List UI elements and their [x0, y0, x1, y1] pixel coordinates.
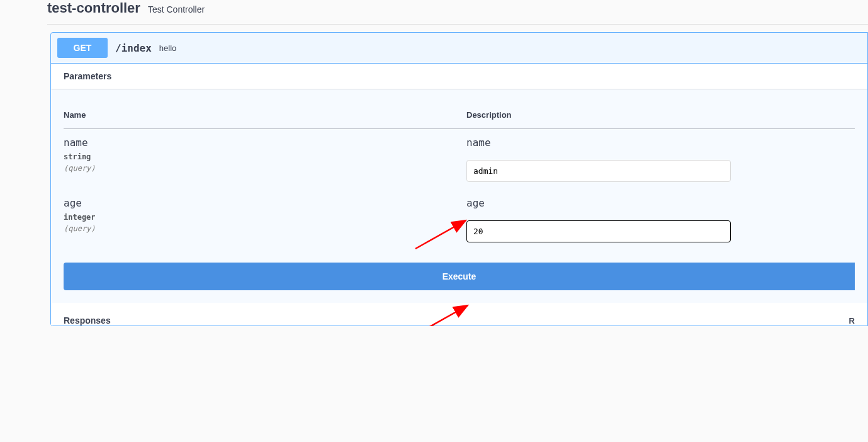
param-type: string — [64, 152, 466, 161]
param-type: integer — [64, 213, 466, 222]
responses-area: Responses R — [51, 303, 867, 326]
param-description-label: name — [466, 137, 855, 149]
parameter-row: age integer (query) age — [64, 190, 855, 250]
swagger-container: test-controller Test Controller GET /ind… — [9, 0, 868, 326]
parameters-area: Name Description name string (query) — [51, 89, 867, 303]
column-name-header: Name — [64, 101, 466, 129]
responses-right-label: R — [849, 316, 855, 326]
param-name-input[interactable] — [466, 160, 731, 182]
param-in: (query) — [64, 164, 466, 173]
operation-block: GET /index hello Parameters Name Descrip… — [50, 32, 868, 326]
execute-button[interactable]: Execute — [64, 263, 855, 290]
operation-summary-text: hello — [159, 43, 176, 53]
param-name: name — [64, 137, 466, 149]
param-description-label: age — [466, 197, 855, 209]
parameters-table: Name Description name string (query) — [64, 101, 855, 250]
responses-heading: Responses — [64, 315, 111, 326]
param-name: age — [64, 197, 466, 209]
execute-wrapper: Execute — [64, 250, 855, 290]
operation-summary[interactable]: GET /index hello — [51, 33, 867, 64]
tag-description: Test Controller — [148, 4, 205, 14]
param-in: (query) — [64, 224, 466, 233]
operation-path: /index — [115, 42, 152, 54]
tag-header[interactable]: test-controller Test Controller — [9, 0, 868, 16]
operation-body: Parameters Name Description name str — [51, 64, 867, 326]
tag-name: test-controller — [47, 0, 140, 16]
divider — [47, 24, 868, 25]
param-age-input[interactable] — [466, 220, 731, 242]
parameter-row: name string (query) name — [64, 129, 855, 190]
parameters-heading: Parameters — [51, 64, 867, 89]
column-description-header: Description — [466, 101, 855, 129]
method-badge: GET — [57, 38, 108, 58]
